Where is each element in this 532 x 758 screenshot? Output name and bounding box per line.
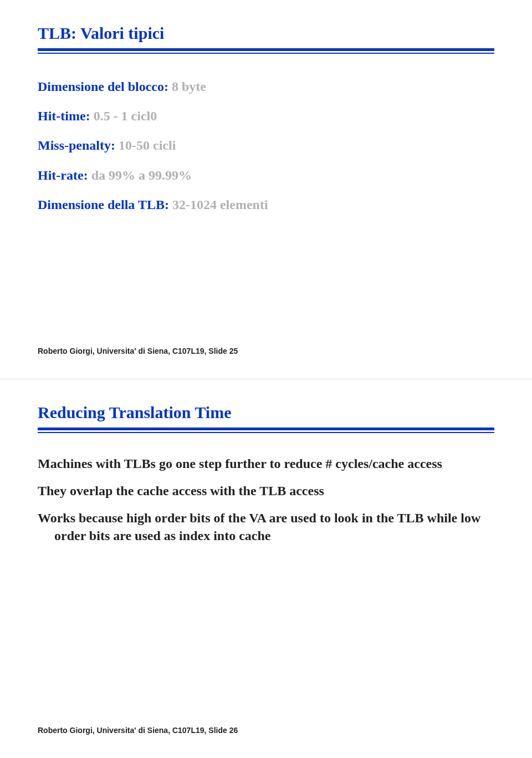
body-paragraph: Machines with TLBs go one step further t… (38, 455, 494, 472)
document-page: TLB: Valori tipici Dimensione del blocco… (0, 0, 532, 758)
body-paragraph: Works because high order bits of the VA … (38, 510, 494, 544)
slide-body: Dimensione del blocco: 8 byte Hit-time: … (38, 58, 494, 213)
entry-key: Hit-rate (38, 168, 84, 182)
entry-key: Miss-penalty (38, 138, 111, 152)
title-rule (38, 428, 494, 433)
entry-value: 8 byte (172, 79, 206, 94)
entry-key: Dimensione del blocco (38, 79, 164, 94)
entry-row: Miss-penalty: 10-50 cicli (38, 137, 494, 154)
slide-1: TLB: Valori tipici Dimensione del blocco… (0, 0, 532, 379)
slide-footer: Roberto Giorgi, Universita' di Siena, C1… (38, 726, 238, 735)
entry-row: Dimensione della TLB: 32-1024 elementi (38, 196, 494, 213)
entry-row: Dimensione del blocco: 8 byte (38, 78, 494, 95)
slide-2: Reducing Translation Time Machines with … (0, 379, 532, 758)
body-paragraph: They overlap the cache access with the T… (38, 482, 494, 500)
entry-value: 0.5 - 1 cicl0 (94, 109, 157, 123)
slide-body: Machines with TLBs go one step further t… (38, 437, 494, 545)
entry-key: Hit-time (38, 109, 86, 123)
entry-row: Hit-rate: da 99% a 99.99% (38, 167, 494, 184)
slide-footer: Roberto Giorgi, Universita' di Siena, C1… (38, 347, 238, 355)
title-rule (38, 48, 494, 54)
slide-title-block: TLB: Valori tipici (38, 22, 494, 54)
slide-title: TLB: Valori tipici (38, 22, 494, 47)
slide-title-block: Reducing Translation Time (38, 401, 494, 433)
entry-row: Hit-time: 0.5 - 1 cicl0 (38, 108, 494, 125)
entry-value: 10-50 cicli (119, 138, 176, 152)
entry-value: da 99% a 99.99% (91, 168, 192, 182)
slide-title: Reducing Translation Time (38, 401, 494, 426)
entry-value: 32-1024 elementi (172, 197, 268, 212)
entry-key: Dimensione della TLB (38, 197, 165, 212)
